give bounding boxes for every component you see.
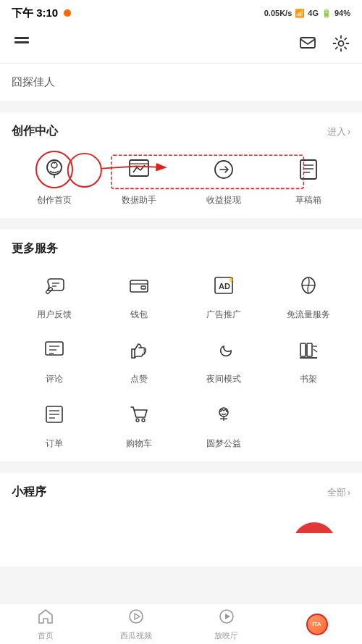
- dream-charity-icon: [206, 397, 241, 432]
- service-cart[interactable]: 购物车: [96, 397, 181, 450]
- comments-label: 评论: [46, 373, 63, 385]
- svg-marker-48: [135, 614, 140, 619]
- cart-icon: [122, 397, 156, 432]
- xigua-icon: [127, 608, 145, 628]
- creation-item-income[interactable]: 收益提现: [181, 151, 266, 206]
- creation-title: 创作中心: [12, 124, 58, 139]
- services-grid: 用户反馈 钱包 AD ⚡: [12, 268, 350, 450]
- creation-item-home[interactable]: 创作首页: [12, 151, 96, 206]
- settings-icon[interactable]: [332, 34, 350, 56]
- service-night-mode[interactable]: 夜间模式: [181, 333, 266, 385]
- nav-profile[interactable]: iTA: [272, 614, 362, 635]
- free-flow-label: 免流量服务: [287, 309, 330, 321]
- creation-draft-label: 草稿箱: [295, 194, 321, 206]
- svg-rect-31: [300, 343, 306, 356]
- nav-xigua[interactable]: 西瓜视频: [90, 608, 181, 641]
- top-bar: [0, 26, 362, 64]
- svg-text:⚡: ⚡: [227, 276, 235, 283]
- rec-section: 囧探佳人: [0, 64, 362, 101]
- ad-icon: AD ⚡: [206, 268, 241, 303]
- bookshelf-label: 书架: [300, 373, 317, 385]
- scroll-area[interactable]: 囧探佳人 创作中心 进入 ›: [0, 64, 362, 603]
- svg-rect-2: [300, 38, 315, 48]
- svg-rect-27: [46, 342, 63, 355]
- creation-home-label: 创作首页: [37, 194, 72, 206]
- service-feedback[interactable]: 用户反馈: [12, 268, 96, 321]
- creation-income-icon: [205, 151, 243, 188]
- orders-label: 订单: [46, 438, 63, 450]
- signal-icon: 4G: [308, 9, 319, 17]
- creation-data-label: 数据助手: [122, 194, 156, 206]
- mini-link-text: 全部: [327, 486, 346, 499]
- bookshelf-icon: [291, 333, 326, 367]
- svg-point-3: [339, 41, 344, 46]
- wallet-icon: [122, 268, 156, 303]
- service-ad[interactable]: AD ⚡ 广告推广: [181, 268, 266, 321]
- comments-icon: [37, 333, 72, 367]
- profile-avatar: iTA: [306, 614, 328, 635]
- dream-charity-label: 圆梦公益: [206, 438, 241, 450]
- status-dot: [64, 9, 71, 17]
- status-bar: 下午 3:10 0.05K/s 📶 4G 🔋 94%: [0, 0, 362, 26]
- service-bookshelf[interactable]: 书架: [266, 333, 350, 385]
- svg-rect-12: [300, 160, 316, 179]
- home-icon: [37, 608, 54, 628]
- battery-icon: 🔋: [321, 9, 332, 18]
- svg-marker-50: [225, 614, 230, 619]
- night-mode-label: 夜间模式: [206, 373, 241, 385]
- service-likes[interactable]: 点赞: [96, 333, 181, 385]
- likes-label: 点赞: [130, 373, 148, 385]
- top-action-icons: [298, 33, 350, 57]
- wifi-icon: 📶: [295, 9, 305, 18]
- svg-rect-0: [14, 37, 29, 39]
- creation-income-label: 收益提现: [206, 194, 241, 206]
- creation-header: 创作中心 进入 ›: [12, 124, 350, 139]
- svg-point-41: [142, 419, 145, 422]
- cinema-label: 放映厅: [214, 630, 238, 641]
- mini-link-arrow: ›: [348, 488, 350, 498]
- creation-item-draft[interactable]: 草稿箱: [266, 151, 350, 206]
- cinema-icon: [218, 608, 235, 628]
- bottom-nav: 首页 西瓜视频 放映厅 iTA: [0, 603, 362, 644]
- svg-rect-23: [141, 286, 146, 289]
- nav-home[interactable]: 首页: [0, 608, 90, 641]
- battery-percent: 94%: [334, 9, 350, 17]
- home-label: 首页: [38, 630, 54, 641]
- svg-point-42: [219, 408, 228, 417]
- creation-grid: 创作首页 数据助手: [12, 151, 350, 206]
- mini-title: 小程序: [12, 485, 46, 500]
- cart-label: 购物车: [126, 438, 152, 450]
- mini-link[interactable]: 全部 ›: [327, 486, 350, 499]
- service-wallet[interactable]: 钱包: [96, 268, 181, 321]
- svg-rect-32: [307, 343, 312, 356]
- network-speed: 0.05K/s: [264, 9, 292, 17]
- svg-point-43: [220, 411, 222, 412]
- creation-data-icon: [120, 151, 158, 188]
- svg-point-44: [226, 411, 227, 412]
- creation-link[interactable]: 进入 ›: [327, 125, 350, 138]
- xigua-label: 西瓜视频: [120, 630, 152, 641]
- more-services-section: 更多服务 用户反馈: [0, 230, 362, 461]
- status-time: 下午 3:10: [12, 7, 58, 20]
- mini-program-section: 小程序 全部 ›: [0, 473, 362, 566]
- svg-point-40: [136, 419, 139, 422]
- service-free-flow[interactable]: 免流量服务: [266, 268, 350, 321]
- service-orders[interactable]: 订单: [12, 397, 96, 450]
- service-dream-charity[interactable]: 圆梦公益: [181, 397, 266, 450]
- creation-link-arrow: ›: [348, 127, 350, 137]
- ad-label: 广告推广: [206, 309, 241, 321]
- nav-cinema[interactable]: 放映厅: [181, 608, 272, 641]
- svg-rect-1: [14, 41, 29, 43]
- rec-title: 囧探佳人: [12, 75, 55, 88]
- creation-center-section: 创作中心 进入 › 创作首页: [0, 112, 362, 218]
- services-header: 更多服务: [12, 241, 350, 256]
- service-comments[interactable]: 评论: [12, 333, 96, 385]
- menu-icon[interactable]: [12, 32, 32, 57]
- mail-icon[interactable]: [298, 33, 317, 57]
- creation-item-data[interactable]: 数据助手: [96, 151, 181, 206]
- status-icons: 0.05K/s 📶 4G 🔋 94%: [264, 9, 350, 18]
- feedback-icon: [37, 268, 72, 303]
- free-flow-icon: [291, 268, 326, 303]
- creation-draft-icon: [290, 151, 327, 188]
- creation-home-icon: [35, 151, 73, 188]
